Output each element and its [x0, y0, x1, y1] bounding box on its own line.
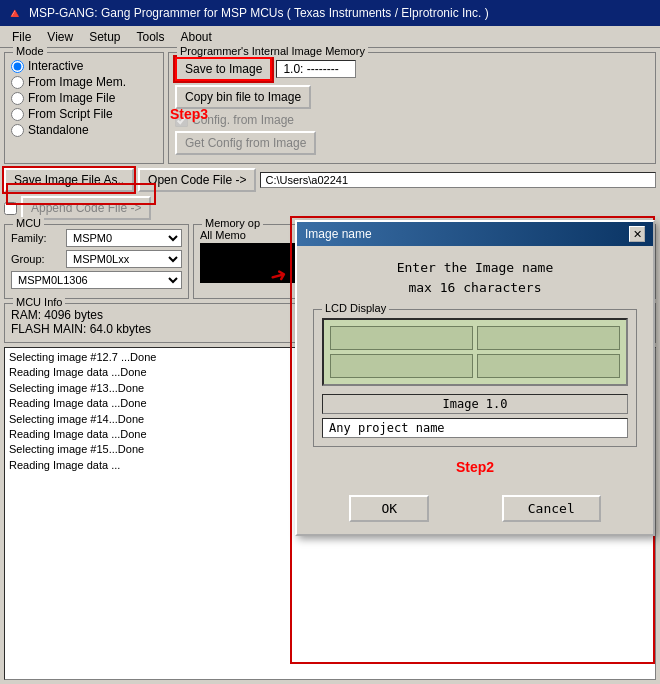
radio-from-script-file-input[interactable] — [11, 108, 24, 121]
project-name-input[interactable] — [322, 418, 628, 438]
dialog-close-button[interactable]: ✕ — [629, 226, 645, 242]
device-row: MSPM0L1306 — [11, 271, 182, 289]
dialog-cancel-button[interactable]: Cancel — [502, 495, 601, 522]
dialog-content: Enter the Image name max 16 characters L… — [297, 246, 653, 487]
radio-from-image-mem-input[interactable] — [11, 76, 24, 89]
radio-from-script-file[interactable]: From Script File — [11, 107, 157, 121]
radio-standalone-label: Standalone — [28, 123, 89, 137]
radio-interactive-input[interactable] — [11, 60, 24, 73]
image-name-dialog[interactable]: Image name ✕ Enter the Image name max 16… — [295, 220, 655, 536]
menu-view[interactable]: View — [39, 28, 81, 46]
radio-from-image-file-label: From Image File — [28, 91, 115, 105]
lcd-screen — [322, 318, 628, 386]
radio-standalone-input[interactable] — [11, 124, 24, 137]
dialog-ok-button[interactable]: OK — [349, 495, 429, 522]
family-label: Family: — [11, 232, 66, 244]
dialog-instruction-line2: max 16 characters — [408, 280, 541, 295]
menu-about[interactable]: About — [173, 28, 220, 46]
action-row: Save Image File As.. Open Code File -> C… — [4, 168, 656, 192]
radio-interactive-label: Interactive — [28, 59, 83, 73]
open-code-file-button[interactable]: Open Code File -> — [138, 168, 256, 192]
lcd-cell-4 — [477, 354, 620, 378]
radio-from-image-file[interactable]: From Image File — [11, 91, 157, 105]
dialog-instruction: Enter the Image name max 16 characters — [313, 258, 637, 297]
app-title: MSP-GANG: Gang Programmer for MSP MCUs (… — [29, 6, 489, 20]
radio-from-image-mem-label: From Image Mem. — [28, 75, 126, 89]
lcd-cell-2 — [477, 326, 620, 350]
menu-tools[interactable]: Tools — [129, 28, 173, 46]
mcu-group: MCU Family: MSPM0 Group: MSPM0Lxx MSPM0L… — [4, 224, 189, 299]
group-select[interactable]: MSPM0Lxx — [66, 250, 182, 268]
radio-interactive[interactable]: Interactive — [11, 59, 157, 73]
title-bar: 🔺 MSP-GANG: Gang Programmer for MSP MCUs… — [0, 0, 660, 26]
group-label: Group: — [11, 253, 66, 265]
app-logo: 🔺 — [6, 5, 23, 21]
group-row: Group: MSPM0Lxx — [11, 250, 182, 268]
menu-setup[interactable]: Setup — [81, 28, 128, 46]
lcd-display-group: LCD Display Image 1.0 — [313, 309, 637, 447]
family-row: Family: MSPM0 — [11, 229, 182, 247]
prog-memory-group: Programmer's Internal Image Memory Save … — [168, 52, 656, 164]
mode-label: Mode — [13, 45, 47, 57]
mcu-label: MCU — [13, 217, 44, 229]
save-image-file-as-button[interactable]: Save Image File As.. — [4, 168, 134, 192]
append-row: Append Code File -> — [4, 196, 656, 220]
save-to-image-button[interactable]: Save to Image — [175, 57, 272, 81]
prog-memory-label: Programmer's Internal Image Memory — [177, 45, 368, 57]
lcd-cell-3 — [330, 354, 473, 378]
radio-from-script-file-label: From Script File — [28, 107, 113, 121]
dialog-footer: OK Cancel — [297, 487, 653, 534]
radio-standalone[interactable]: Standalone — [11, 123, 157, 137]
menu-file[interactable]: File — [4, 28, 39, 46]
dialog-instruction-line1: Enter the Image name — [397, 260, 554, 275]
family-select[interactable]: MSPM0 — [66, 229, 182, 247]
step3-label: Step3 — [170, 106, 208, 122]
dialog-title-bar: Image name ✕ — [297, 222, 653, 246]
file-path-display: C:\Users\a02241 — [260, 172, 656, 188]
lcd-cell-1 — [330, 326, 473, 350]
append-code-file-checkbox[interactable] — [4, 202, 17, 215]
image-number-display: 1.0: -------- — [276, 60, 356, 78]
get-config-button: Get Config from Image — [175, 131, 316, 155]
top-row: Mode Interactive From Image Mem. From Im… — [4, 52, 656, 164]
radio-from-image-file-input[interactable] — [11, 92, 24, 105]
memory-options-label: Memory op — [202, 217, 263, 229]
get-config-row: Get Config from Image — [175, 131, 649, 155]
prog-row1: Save to Image 1.0: -------- — [175, 57, 649, 81]
step2-label: Step2 — [313, 459, 637, 475]
mcu-info-label: MCU Info — [13, 296, 65, 308]
dialog-title: Image name — [305, 227, 372, 241]
config-from-image-row: Config. from Image — [175, 113, 649, 127]
device-select[interactable]: MSPM0L1306 — [11, 271, 182, 289]
lcd-display-label: LCD Display — [322, 302, 389, 314]
mode-group: Mode Interactive From Image Mem. From Im… — [4, 52, 164, 164]
lcd-image-text: Image 1.0 — [322, 394, 628, 414]
radio-from-image-mem[interactable]: From Image Mem. — [11, 75, 157, 89]
prog-row2: Copy bin file to Image — [175, 85, 649, 109]
